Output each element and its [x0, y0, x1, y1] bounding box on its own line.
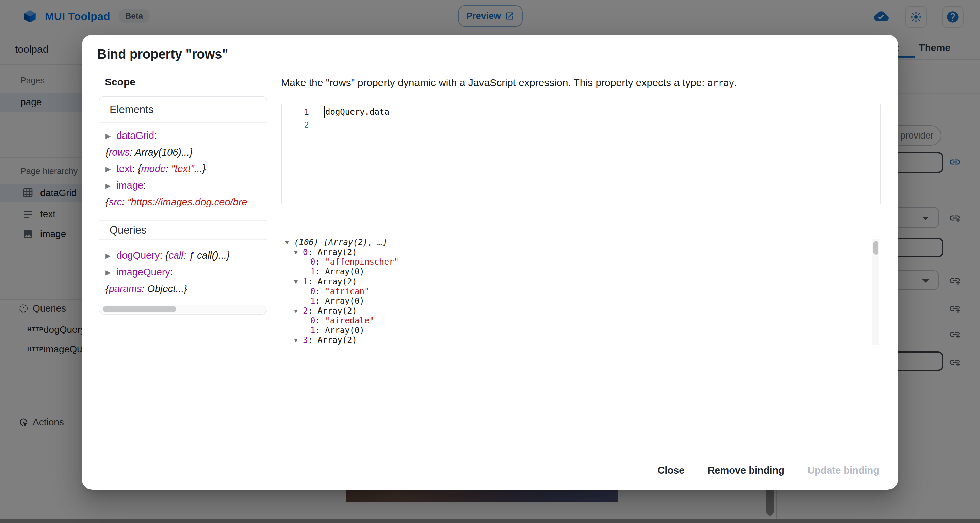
tree-node[interactable]: ▼1: Array(2) [281, 277, 881, 287]
expected-type: array [708, 78, 734, 88]
app-viewport: MUI Toolpad Beta Preview [0, 0, 980, 523]
scope-label: Scope [105, 76, 135, 88]
editor-text-cursor [324, 106, 325, 118]
elements-section-header: Elements [99, 97, 267, 123]
tree-node: 0: "airedale" [281, 316, 881, 326]
tree-node[interactable]: ▼3: Array(2) [281, 335, 881, 345]
tree-node-preview: {src: "https://images.dog.ceo/bre [105, 194, 267, 210]
tree-node[interactable]: ▼(106) [Array(2), …] [281, 238, 881, 247]
queries-section-header: Queries [99, 220, 267, 240]
tree-node: 0: "affenpinscher" [281, 257, 881, 267]
result-scrollbar-thumb[interactable] [873, 241, 878, 255]
tree-node[interactable]: ▶dogQuery: {call: ƒ call()...} [105, 247, 267, 264]
elements-tree: ▶dataGrid: {rows: Array(106)...} ▶text: … [99, 123, 267, 220]
tree-node[interactable]: ▼0: Array(2) [281, 247, 881, 257]
tree-node[interactable]: ▶text: {mode: "text"...} [105, 160, 267, 177]
result-scrollbar-track [872, 239, 878, 345]
js-expression-editor[interactable]: 1 2 dogQuery.data [281, 104, 881, 204]
tree-node: 1: Array(0) [281, 267, 881, 277]
dialog-footer: Close Remove binding Update binding [641, 459, 886, 482]
dialog-description: Make the "rows" property dynamic with a … [281, 77, 737, 89]
close-button[interactable]: Close [651, 459, 691, 482]
expression-result-tree: ▼(106) [Array(2), …] ▼0: Array(2) 0: "af… [281, 238, 881, 345]
dialog-title: Bind property "rows" [97, 47, 228, 62]
tree-node[interactable]: ▼2: Array(2) [281, 306, 881, 316]
tree-node[interactable]: ▶image: [105, 177, 267, 194]
bind-property-dialog: Bind property "rows" Scope Elements ▶dat… [82, 35, 898, 490]
tree-node: 1: Array(0) [281, 296, 881, 306]
tree-node-preview: {params: Object...} [105, 281, 267, 297]
update-binding-button[interactable]: Update binding [801, 459, 886, 482]
tree-node: 0: "african" [281, 287, 881, 297]
tree-node: 1: Array(0) [281, 325, 881, 335]
editor-line-number: 1 [282, 105, 309, 118]
tree-node-preview: {rows: Array(106)...} [105, 144, 267, 160]
scope-explorer: Elements ▶dataGrid: {rows: Array(106)...… [99, 96, 267, 315]
queries-tree: ▶dogQuery: {call: ƒ call()...} ▶imageQue… [99, 240, 267, 296]
editor-active-line [314, 105, 879, 118]
editor-code-line: dogQuery.data [325, 105, 389, 118]
tree-node[interactable]: ▶imageQuery: [105, 264, 267, 281]
editor-line-number: 2 [282, 118, 309, 131]
remove-binding-button[interactable]: Remove binding [701, 459, 791, 482]
scope-hscrollbar-thumb[interactable] [103, 306, 176, 312]
tree-node[interactable]: ▶dataGrid: [105, 128, 267, 144]
